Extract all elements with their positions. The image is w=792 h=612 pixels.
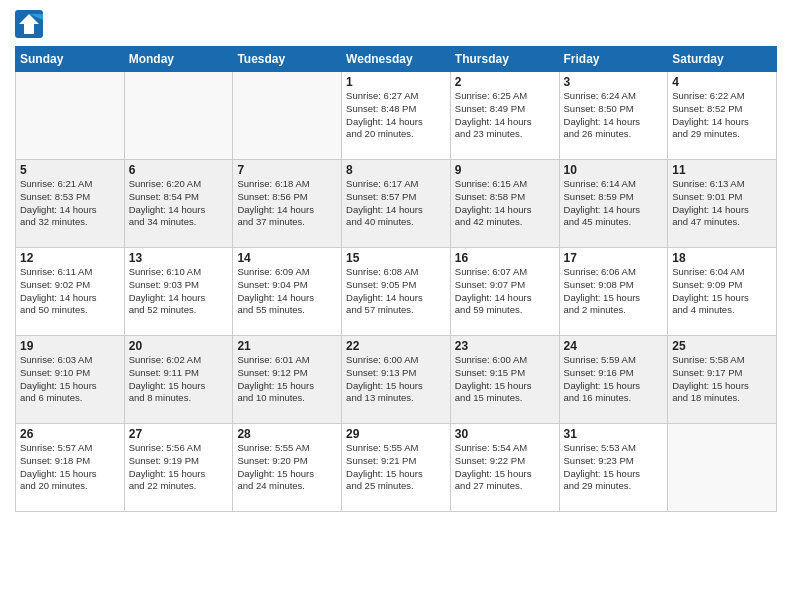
- day-info: Sunrise: 6:18 AMSunset: 8:56 PMDaylight:…: [237, 178, 337, 229]
- day-info: Sunrise: 6:21 AMSunset: 8:53 PMDaylight:…: [20, 178, 120, 229]
- day-info: Sunrise: 6:08 AMSunset: 9:05 PMDaylight:…: [346, 266, 446, 317]
- day-number: 31: [564, 427, 664, 441]
- table-row: 28Sunrise: 5:55 AMSunset: 9:20 PMDayligh…: [233, 424, 342, 512]
- day-number: 2: [455, 75, 555, 89]
- day-info: Sunrise: 5:58 AMSunset: 9:17 PMDaylight:…: [672, 354, 772, 405]
- day-info: Sunrise: 6:10 AMSunset: 9:03 PMDaylight:…: [129, 266, 229, 317]
- day-number: 3: [564, 75, 664, 89]
- day-info: Sunrise: 6:13 AMSunset: 9:01 PMDaylight:…: [672, 178, 772, 229]
- page-header: [15, 10, 777, 38]
- table-row: 18Sunrise: 6:04 AMSunset: 9:09 PMDayligh…: [668, 248, 777, 336]
- table-row: 27Sunrise: 5:56 AMSunset: 9:19 PMDayligh…: [124, 424, 233, 512]
- header-friday: Friday: [559, 47, 668, 72]
- table-row: 11Sunrise: 6:13 AMSunset: 9:01 PMDayligh…: [668, 160, 777, 248]
- calendar-header-row: Sunday Monday Tuesday Wednesday Thursday…: [16, 47, 777, 72]
- day-info: Sunrise: 6:15 AMSunset: 8:58 PMDaylight:…: [455, 178, 555, 229]
- calendar-week-row: 12Sunrise: 6:11 AMSunset: 9:02 PMDayligh…: [16, 248, 777, 336]
- day-info: Sunrise: 6:25 AMSunset: 8:49 PMDaylight:…: [455, 90, 555, 141]
- table-row: 13Sunrise: 6:10 AMSunset: 9:03 PMDayligh…: [124, 248, 233, 336]
- table-row: 29Sunrise: 5:55 AMSunset: 9:21 PMDayligh…: [342, 424, 451, 512]
- table-row: 14Sunrise: 6:09 AMSunset: 9:04 PMDayligh…: [233, 248, 342, 336]
- day-info: Sunrise: 6:09 AMSunset: 9:04 PMDaylight:…: [237, 266, 337, 317]
- day-info: Sunrise: 6:27 AMSunset: 8:48 PMDaylight:…: [346, 90, 446, 141]
- table-row: 1Sunrise: 6:27 AMSunset: 8:48 PMDaylight…: [342, 72, 451, 160]
- calendar-week-row: 26Sunrise: 5:57 AMSunset: 9:18 PMDayligh…: [16, 424, 777, 512]
- calendar-week-row: 1Sunrise: 6:27 AMSunset: 8:48 PMDaylight…: [16, 72, 777, 160]
- logo-icon: [15, 10, 43, 38]
- logo: [15, 10, 49, 38]
- day-number: 25: [672, 339, 772, 353]
- day-info: Sunrise: 5:57 AMSunset: 9:18 PMDaylight:…: [20, 442, 120, 493]
- table-row: 15Sunrise: 6:08 AMSunset: 9:05 PMDayligh…: [342, 248, 451, 336]
- table-row: 30Sunrise: 5:54 AMSunset: 9:22 PMDayligh…: [450, 424, 559, 512]
- day-number: 10: [564, 163, 664, 177]
- table-row: 12Sunrise: 6:11 AMSunset: 9:02 PMDayligh…: [16, 248, 125, 336]
- day-number: 17: [564, 251, 664, 265]
- header-thursday: Thursday: [450, 47, 559, 72]
- day-info: Sunrise: 5:55 AMSunset: 9:20 PMDaylight:…: [237, 442, 337, 493]
- day-number: 13: [129, 251, 229, 265]
- day-info: Sunrise: 5:55 AMSunset: 9:21 PMDaylight:…: [346, 442, 446, 493]
- table-row: 3Sunrise: 6:24 AMSunset: 8:50 PMDaylight…: [559, 72, 668, 160]
- table-row: [16, 72, 125, 160]
- day-number: 1: [346, 75, 446, 89]
- table-row: 5Sunrise: 6:21 AMSunset: 8:53 PMDaylight…: [16, 160, 125, 248]
- header-wednesday: Wednesday: [342, 47, 451, 72]
- table-row: 19Sunrise: 6:03 AMSunset: 9:10 PMDayligh…: [16, 336, 125, 424]
- table-row: 20Sunrise: 6:02 AMSunset: 9:11 PMDayligh…: [124, 336, 233, 424]
- table-row: 26Sunrise: 5:57 AMSunset: 9:18 PMDayligh…: [16, 424, 125, 512]
- day-info: Sunrise: 5:53 AMSunset: 9:23 PMDaylight:…: [564, 442, 664, 493]
- day-number: 14: [237, 251, 337, 265]
- day-number: 21: [237, 339, 337, 353]
- table-row: 4Sunrise: 6:22 AMSunset: 8:52 PMDaylight…: [668, 72, 777, 160]
- calendar-week-row: 5Sunrise: 6:21 AMSunset: 8:53 PMDaylight…: [16, 160, 777, 248]
- day-info: Sunrise: 5:56 AMSunset: 9:19 PMDaylight:…: [129, 442, 229, 493]
- day-number: 18: [672, 251, 772, 265]
- day-info: Sunrise: 6:04 AMSunset: 9:09 PMDaylight:…: [672, 266, 772, 317]
- day-number: 30: [455, 427, 555, 441]
- day-info: Sunrise: 6:20 AMSunset: 8:54 PMDaylight:…: [129, 178, 229, 229]
- day-number: 6: [129, 163, 229, 177]
- day-info: Sunrise: 6:00 AMSunset: 9:15 PMDaylight:…: [455, 354, 555, 405]
- calendar-page: Sunday Monday Tuesday Wednesday Thursday…: [0, 0, 792, 612]
- day-number: 26: [20, 427, 120, 441]
- table-row: 17Sunrise: 6:06 AMSunset: 9:08 PMDayligh…: [559, 248, 668, 336]
- day-info: Sunrise: 5:54 AMSunset: 9:22 PMDaylight:…: [455, 442, 555, 493]
- day-number: 11: [672, 163, 772, 177]
- day-number: 15: [346, 251, 446, 265]
- day-number: 27: [129, 427, 229, 441]
- day-info: Sunrise: 5:59 AMSunset: 9:16 PMDaylight:…: [564, 354, 664, 405]
- table-row: 24Sunrise: 5:59 AMSunset: 9:16 PMDayligh…: [559, 336, 668, 424]
- day-number: 23: [455, 339, 555, 353]
- header-saturday: Saturday: [668, 47, 777, 72]
- header-sunday: Sunday: [16, 47, 125, 72]
- day-number: 12: [20, 251, 120, 265]
- table-row: 8Sunrise: 6:17 AMSunset: 8:57 PMDaylight…: [342, 160, 451, 248]
- day-number: 22: [346, 339, 446, 353]
- table-row: 9Sunrise: 6:15 AMSunset: 8:58 PMDaylight…: [450, 160, 559, 248]
- day-number: 29: [346, 427, 446, 441]
- day-number: 20: [129, 339, 229, 353]
- day-info: Sunrise: 6:02 AMSunset: 9:11 PMDaylight:…: [129, 354, 229, 405]
- day-info: Sunrise: 6:00 AMSunset: 9:13 PMDaylight:…: [346, 354, 446, 405]
- day-info: Sunrise: 6:22 AMSunset: 8:52 PMDaylight:…: [672, 90, 772, 141]
- table-row: 10Sunrise: 6:14 AMSunset: 8:59 PMDayligh…: [559, 160, 668, 248]
- day-number: 19: [20, 339, 120, 353]
- day-info: Sunrise: 6:01 AMSunset: 9:12 PMDaylight:…: [237, 354, 337, 405]
- day-info: Sunrise: 6:14 AMSunset: 8:59 PMDaylight:…: [564, 178, 664, 229]
- table-row: 2Sunrise: 6:25 AMSunset: 8:49 PMDaylight…: [450, 72, 559, 160]
- day-info: Sunrise: 6:17 AMSunset: 8:57 PMDaylight:…: [346, 178, 446, 229]
- day-number: 24: [564, 339, 664, 353]
- calendar-week-row: 19Sunrise: 6:03 AMSunset: 9:10 PMDayligh…: [16, 336, 777, 424]
- table-row: 21Sunrise: 6:01 AMSunset: 9:12 PMDayligh…: [233, 336, 342, 424]
- table-row: 22Sunrise: 6:00 AMSunset: 9:13 PMDayligh…: [342, 336, 451, 424]
- table-row: 25Sunrise: 5:58 AMSunset: 9:17 PMDayligh…: [668, 336, 777, 424]
- day-number: 9: [455, 163, 555, 177]
- day-info: Sunrise: 6:24 AMSunset: 8:50 PMDaylight:…: [564, 90, 664, 141]
- day-number: 4: [672, 75, 772, 89]
- table-row: [233, 72, 342, 160]
- day-number: 28: [237, 427, 337, 441]
- day-info: Sunrise: 6:03 AMSunset: 9:10 PMDaylight:…: [20, 354, 120, 405]
- day-number: 16: [455, 251, 555, 265]
- header-monday: Monday: [124, 47, 233, 72]
